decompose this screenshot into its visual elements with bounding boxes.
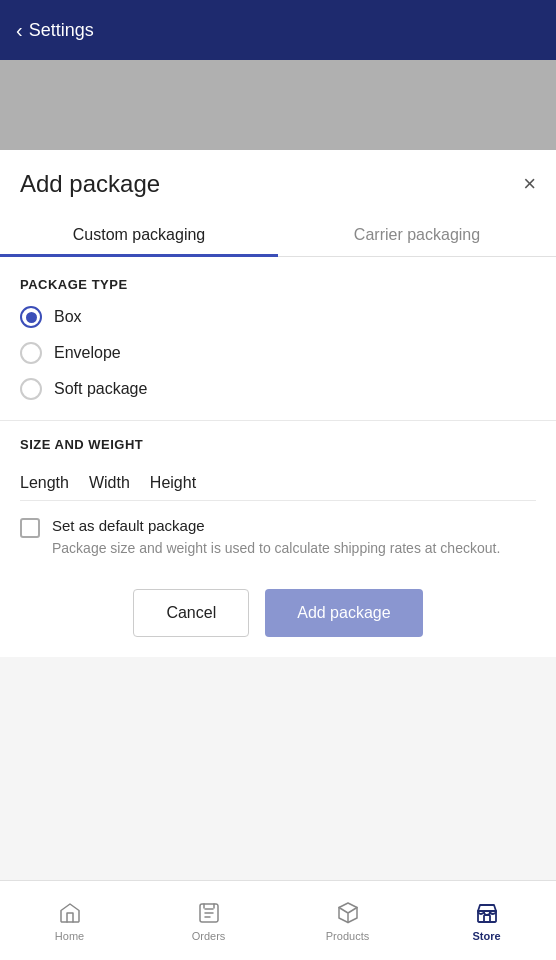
- add-package-button[interactable]: Add package: [265, 589, 422, 637]
- tab-carrier-packaging[interactable]: Carrier packaging: [278, 214, 556, 256]
- width-col: Width: [89, 474, 130, 492]
- add-package-card: Add package × Custom packaging Carrier p…: [0, 150, 556, 657]
- svg-rect-2: [484, 915, 490, 922]
- height-col: Height: [150, 474, 196, 492]
- nav-orders[interactable]: Orders: [139, 892, 278, 950]
- default-package-text: Set as default package Package size and …: [52, 517, 500, 559]
- store-icon: [474, 900, 500, 926]
- nav-orders-label: Orders: [192, 930, 226, 942]
- card-header: Add package ×: [0, 150, 556, 214]
- size-weight-section: SIZE AND WEIGHT Length Width Height: [0, 421, 556, 501]
- products-icon: [335, 900, 361, 926]
- radio-box-label: Box: [54, 308, 82, 326]
- bottom-nav: Home Orders Products: [0, 880, 556, 960]
- gray-banner: [0, 60, 556, 150]
- button-row: Cancel Add package: [0, 559, 556, 657]
- default-package-row: Set as default package Package size and …: [0, 501, 556, 559]
- radio-soft-package[interactable]: Soft package: [20, 378, 536, 400]
- orders-icon: [196, 900, 222, 926]
- radio-box-circle: [20, 306, 42, 328]
- tab-bar: Custom packaging Carrier packaging: [0, 214, 556, 257]
- top-bar: ‹ Settings: [0, 0, 556, 60]
- length-col: Length: [20, 474, 69, 492]
- radio-envelope-circle: [20, 342, 42, 364]
- package-type-title: PACKAGE TYPE: [20, 277, 536, 292]
- card-title: Add package: [20, 170, 160, 198]
- svg-rect-1: [478, 911, 496, 922]
- radio-box[interactable]: Box: [20, 306, 536, 328]
- default-package-label: Set as default package: [52, 517, 500, 534]
- size-weight-title: SIZE AND WEIGHT: [20, 437, 536, 452]
- nav-store[interactable]: Store: [417, 892, 556, 950]
- nav-products[interactable]: Products: [278, 892, 417, 950]
- radio-envelope[interactable]: Envelope: [20, 342, 536, 364]
- size-columns-row: Length Width Height: [20, 466, 536, 501]
- back-chevron-icon: ‹: [16, 20, 23, 40]
- nav-store-label: Store: [472, 930, 500, 942]
- package-type-radio-group: Box Envelope Soft package: [20, 306, 536, 400]
- back-button[interactable]: ‹ Settings: [16, 20, 94, 41]
- top-bar-title: Settings: [29, 20, 94, 41]
- close-button[interactable]: ×: [523, 173, 536, 195]
- tab-custom-packaging[interactable]: Custom packaging: [0, 214, 278, 256]
- radio-soft-circle: [20, 378, 42, 400]
- radio-soft-label: Soft package: [54, 380, 147, 398]
- home-icon: [57, 900, 83, 926]
- default-package-desc: Package size and weight is used to calcu…: [52, 538, 500, 559]
- default-package-checkbox[interactable]: [20, 518, 40, 538]
- nav-products-label: Products: [326, 930, 369, 942]
- cancel-button[interactable]: Cancel: [133, 589, 249, 637]
- nav-home-label: Home: [55, 930, 84, 942]
- radio-envelope-label: Envelope: [54, 344, 121, 362]
- package-type-section: PACKAGE TYPE Box Envelope Soft package: [0, 257, 556, 400]
- nav-home[interactable]: Home: [0, 892, 139, 950]
